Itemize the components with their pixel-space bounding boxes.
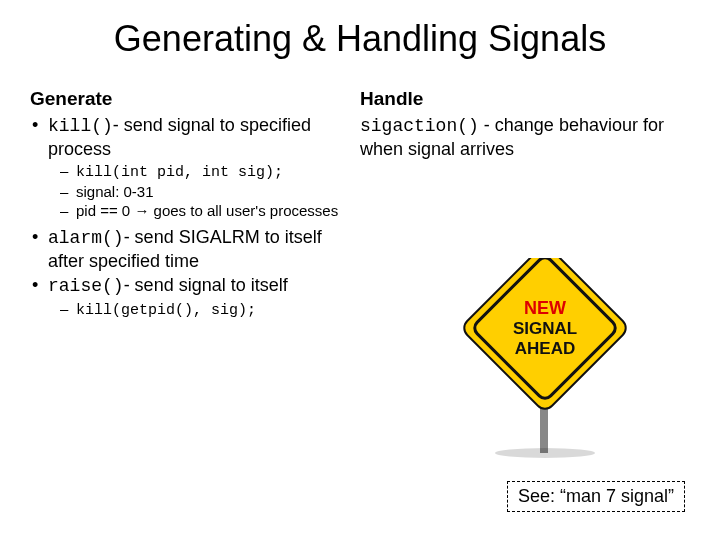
generate-header: Generate (30, 88, 350, 110)
code-kill-sig: kill(int pid, int sig); (76, 164, 283, 181)
road-sign-icon: NEW SIGNAL AHEAD (435, 258, 655, 458)
generate-column: Generate kill()- send signal to specifie… (30, 88, 360, 327)
svg-point-1 (495, 448, 595, 458)
code-kill: kill() (48, 116, 113, 136)
handle-text: sigaction() - change behaviour for when … (360, 114, 680, 160)
new-signal-sign: NEW SIGNAL AHEAD (435, 258, 655, 458)
slide-title: Generating & Handling Signals (0, 0, 720, 68)
sub-raise-kill: kill(getpid(), sig); (60, 300, 350, 321)
code-raise-kill: kill(getpid(), sig); (76, 302, 256, 319)
bullet-kill: kill()- send signal to specified process… (30, 114, 350, 220)
sign-line1: NEW (524, 298, 566, 318)
code-raise: raise() (48, 276, 124, 296)
code-alarm: alarm() (48, 228, 124, 248)
text-raise: - send signal to itself (124, 275, 288, 295)
code-sigaction: sigaction() (360, 116, 479, 136)
bullet-alarm: alarm()- send SIGALRM to itself after sp… (30, 226, 350, 272)
see-reference: See: “man 7 signal” (507, 481, 685, 512)
sub-signal-range: signal: 0-31 (60, 183, 350, 202)
text-signal-range: signal: 0-31 (76, 183, 154, 200)
text-pid-zero: pid == 0 → goes to all user's processes (76, 202, 338, 219)
handle-header: Handle (360, 88, 680, 110)
sub-pid-zero: pid == 0 → goes to all user's processes (60, 202, 350, 221)
sign-line2: SIGNAL (513, 319, 577, 338)
sign-line3: AHEAD (515, 339, 575, 358)
bullet-raise: raise()- send signal to itself kill(getp… (30, 274, 350, 320)
sub-kill-sig: kill(int pid, int sig); (60, 162, 350, 183)
